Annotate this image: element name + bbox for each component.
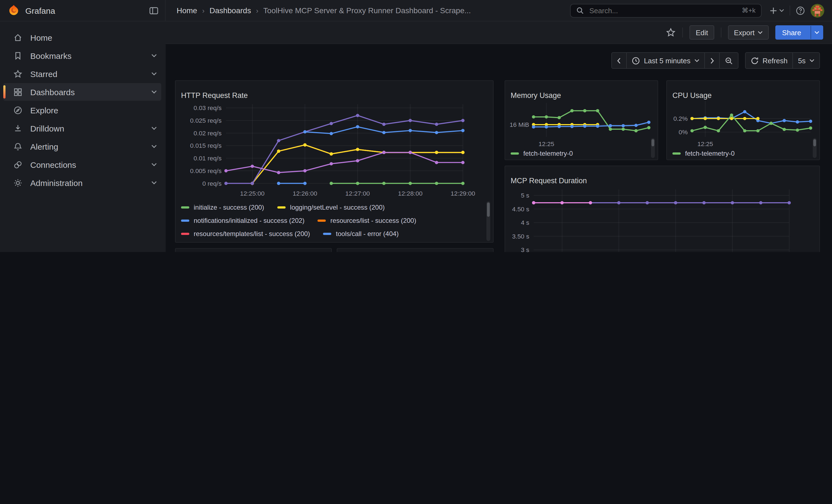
divider <box>683 27 683 37</box>
sidebar-item-label: Home <box>30 33 52 42</box>
legend-item[interactable]: resources/list - success (200) <box>318 217 416 224</box>
sidebar-item-label: Dashboards <box>30 87 75 97</box>
breadcrumb-home[interactable]: Home <box>177 6 197 15</box>
breadcrumb-separator <box>202 6 205 15</box>
search-input[interactable] <box>588 6 737 15</box>
svg-text:5 s: 5 s <box>521 192 529 199</box>
refresh-interval-picker[interactable]: 5s <box>792 53 820 68</box>
search-input-container[interactable]: ⌘+k <box>570 4 761 17</box>
legend-scrollbar[interactable] <box>813 138 816 158</box>
zoom-out-button[interactable] <box>719 53 738 68</box>
sidebar-item-label: Administration <box>30 178 82 187</box>
svg-text:0.03 req/s: 0.03 req/s <box>194 104 222 111</box>
chevron-down-icon[interactable] <box>151 145 157 148</box>
svg-text:0 req/s: 0 req/s <box>202 180 222 187</box>
time-shift-back-button[interactable] <box>612 53 626 68</box>
divider <box>721 27 721 37</box>
legend-series-color <box>323 233 332 235</box>
sidebar-item-explore[interactable]: Explore <box>3 101 161 119</box>
search-shortcut-hint: ⌘+k <box>742 7 755 14</box>
refresh-button[interactable]: Refresh <box>745 53 792 68</box>
compass-icon <box>13 105 23 115</box>
home-icon <box>13 33 23 42</box>
legend-item[interactable]: fetch-telemetry-0 <box>511 150 573 157</box>
http-legend: initialize - success (200)logging/setLev… <box>181 201 481 243</box>
time-range-picker[interactable]: Last 5 minutes <box>626 53 704 68</box>
gear-icon <box>13 178 23 187</box>
sidebar-item-label: Starred <box>30 69 57 78</box>
legend-row: tools/call - success (200)tools/list - s… <box>181 240 481 243</box>
share-button[interactable]: Share <box>776 26 807 39</box>
svg-text:12:26:00: 12:26:00 <box>293 190 317 197</box>
sidebar-item-alerting[interactable]: Alerting <box>3 137 161 155</box>
sidebar-item-label: Connections <box>30 160 76 169</box>
svg-text:3.50 s: 3.50 s <box>512 233 529 240</box>
sidebar-item-label: Bookmarks <box>30 51 72 60</box>
legend-item[interactable]: initialize - success (200) <box>181 204 264 211</box>
sidebar-item-drilldown[interactable]: Drilldown <box>3 120 161 137</box>
svg-text:0.2%: 0.2% <box>673 115 687 122</box>
refresh-group: Refresh 5s <box>745 52 820 69</box>
legend-item[interactable]: logging/setLevel - success (200) <box>277 204 385 211</box>
add-new-button[interactable] <box>769 6 784 15</box>
grafana-logo[interactable] <box>8 4 20 17</box>
svg-text:0%: 0% <box>678 129 687 136</box>
sidebar-item-home[interactable]: Home <box>3 29 161 46</box>
chevron-down-icon[interactable] <box>151 90 157 94</box>
export-label: Export <box>734 28 754 36</box>
panel-error-rate: Error Rate 0% <box>337 248 494 252</box>
nav-main-section: Home Dashboards ToolHive MCP Server & Pr… <box>166 0 832 21</box>
edit-button[interactable]: Edit <box>690 25 714 39</box>
time-range-label: Last 5 minutes <box>644 56 690 65</box>
legend-scrollbar[interactable] <box>487 202 490 241</box>
memory-usage-chart[interactable]: 12:2516 MiB <box>505 95 657 148</box>
refresh-icon <box>750 56 758 65</box>
sidebar-item-starred[interactable]: Starred <box>3 65 161 82</box>
cpu-legend: fetch-telemetry-0 <box>672 147 807 159</box>
http-request-rate-chart[interactable]: 12:25:0012:26:0012:27:0012:28:0012:29:00… <box>176 97 493 200</box>
time-shift-forward-button[interactable] <box>704 53 719 68</box>
share-button-group: Share <box>776 25 823 39</box>
help-icon[interactable] <box>796 6 805 15</box>
panel-memory-usage: Memory Usage 12:2516 MiB fetch-telemetry… <box>504 80 658 160</box>
svg-text:12:25: 12:25 <box>698 140 713 148</box>
svg-text:0.02 req/s: 0.02 req/s <box>194 130 222 137</box>
share-menu-button[interactable] <box>810 26 823 39</box>
export-button[interactable]: Export <box>728 25 769 39</box>
plug-icon <box>13 160 23 169</box>
sidebar-item-dashboards[interactable]: Dashboards <box>3 83 161 101</box>
chevron-down-icon[interactable] <box>151 54 157 57</box>
divider <box>790 5 790 16</box>
svg-text:4.50 s: 4.50 s <box>512 206 529 213</box>
sidebar-item-connections[interactable]: Connections <box>3 156 161 173</box>
legend-series-label: resources/list - success (200) <box>331 217 416 224</box>
legend-scrollbar[interactable] <box>651 138 655 158</box>
legend-series-label: notifications/initialized - success (202… <box>194 217 305 224</box>
breadcrumb: Home Dashboards ToolHive MCP Server & Pr… <box>177 6 471 15</box>
chevron-down-icon[interactable] <box>151 127 157 130</box>
breadcrumb-dashboards[interactable]: Dashboards <box>209 6 251 15</box>
favorite-star-icon[interactable] <box>666 27 676 37</box>
legend-item[interactable]: fetch-telemetry-0 <box>672 150 735 157</box>
chevron-down-icon[interactable] <box>151 181 157 184</box>
user-avatar[interactable] <box>810 4 824 17</box>
mcp-request-duration-chart[interactable]: 12:25:0012:26:0012:27:0012:28:0012:29:00… <box>505 183 820 252</box>
refresh-interval-label: 5s <box>798 56 806 65</box>
cpu-usage-chart[interactable]: 12:250.2%0% <box>667 95 820 148</box>
legend-row: fetch-telemetry-0 <box>672 147 807 159</box>
legend-item[interactable]: resources/templates/list - success (200) <box>181 230 310 238</box>
legend-row: resources/templates/list - success (200)… <box>181 227 481 240</box>
sidebar-toggle-icon[interactable] <box>149 6 158 15</box>
star-icon <box>13 69 23 78</box>
svg-text:0.015 req/s: 0.015 req/s <box>190 142 222 149</box>
panel-mcp-request-duration: MCP Request Duration 12:25:0012:26:0012:… <box>504 166 820 252</box>
svg-text:12:25: 12:25 <box>539 140 554 148</box>
sidebar-item-bookmarks[interactable]: Bookmarks <box>3 47 161 64</box>
chevron-down-icon[interactable] <box>151 163 157 166</box>
sidebar-item-administration[interactable]: Administration <box>3 174 161 191</box>
legend-series-label: resources/templates/list - success (200) <box>194 230 310 238</box>
legend-item[interactable]: notifications/initialized - success (202… <box>181 217 305 224</box>
sidebar: Home Bookmarks Starred Dashboards Explor… <box>0 22 166 252</box>
legend-item[interactable]: tools/call - error (404) <box>323 230 399 238</box>
chevron-down-icon[interactable] <box>151 72 157 75</box>
